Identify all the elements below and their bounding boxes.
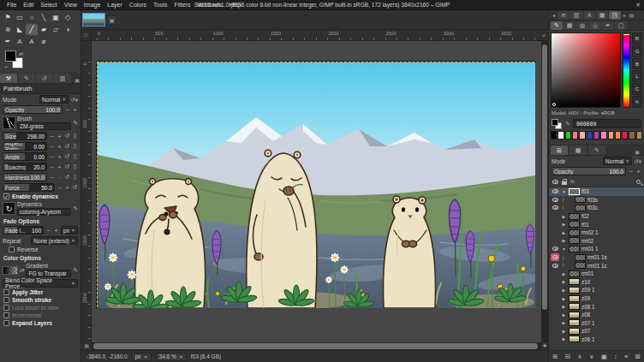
layers-tab[interactable]: ☰ (551, 145, 568, 155)
channel-button-L[interactable]: L (632, 70, 642, 82)
expander-icon[interactable]: ▶ (561, 312, 567, 317)
checkbox[interactable] (3, 320, 9, 326)
slider-spacing[interactable]: Spacing20.0 (3, 163, 47, 171)
decrement-button[interactable]: − (57, 185, 63, 191)
expander-icon[interactable]: ▶ (561, 336, 567, 341)
visibility-toggle[interactable] (551, 221, 559, 228)
fonts-tab[interactable]: A (583, 11, 595, 20)
wheel-tab[interactable]: ◍ (576, 21, 588, 30)
palette-swatch[interactable] (587, 131, 593, 139)
fade-decrement[interactable]: − (45, 228, 51, 234)
palette-swatch[interactable] (608, 131, 614, 139)
smudge-tool[interactable]: ◑ (62, 24, 74, 35)
slider-angle[interactable]: Angle0.00 (3, 152, 47, 161)
visibility-toggle[interactable] (551, 286, 559, 294)
layer-row-z10[interactable]: ▶z10 (549, 278, 644, 287)
warp-tool[interactable]: ≋ (2, 24, 14, 35)
layer-opacity-decrement[interactable]: − (628, 169, 634, 175)
reverse-checkbox[interactable] (9, 246, 15, 252)
layer-row-z07-1[interactable]: ▶z07 1 (549, 319, 644, 328)
canvas-viewport[interactable] (92, 41, 541, 342)
mode-switch-button[interactable]: ↺▾ (70, 96, 78, 104)
visibility-toggle[interactable] (551, 319, 559, 327)
reset-icon[interactable]: ↺ (64, 174, 70, 181)
fade-length-slider[interactable]: Fade l... 100 (3, 226, 44, 234)
bucket-fill-tool[interactable]: ◣ (14, 24, 26, 35)
palette-swatch[interactable] (565, 131, 571, 139)
slider-aspect-ratio[interactable]: Aspect Ratio0.00 (3, 142, 47, 151)
palette-swatch[interactable] (551, 131, 557, 139)
visibility-toggle[interactable] (551, 311, 559, 318)
device-status-tab[interactable]: ✎ (18, 74, 35, 83)
expander-icon[interactable]: ▼ (561, 189, 567, 194)
decrement-button[interactable]: − (49, 164, 55, 170)
image-tab[interactable] (82, 13, 105, 27)
dock-menu-icon[interactable]: ▤ (629, 12, 635, 18)
dock-menu-icon[interactable]: ▣ (72, 77, 81, 83)
raise-layer-button[interactable]: ∧ (577, 353, 582, 360)
menu-image[interactable]: Image (80, 0, 104, 10)
enable-dynamics-row[interactable]: ✓ Enable dynamics (0, 193, 80, 200)
layer-row-z07[interactable]: ▶z07 (549, 327, 644, 335)
mask-button[interactable]: ≡ (624, 353, 628, 360)
fg-bg-editor-tab[interactable]: ◳ (609, 11, 621, 20)
expander-icon[interactable]: ▶ (561, 288, 567, 293)
dynamics-thumbnail[interactable]: ↻ (3, 202, 15, 215)
menu-edit[interactable]: Edit (20, 0, 37, 10)
enable-dynamics-checkbox[interactable]: ✓ (3, 193, 9, 199)
zoom-tool[interactable]: ⌀ (38, 36, 50, 47)
channel-button-h[interactable]: h (632, 96, 642, 108)
slider-hardness[interactable]: Hardness100.0 (3, 173, 47, 181)
hex-color-field[interactable]: 000000 (573, 119, 641, 128)
merge-layer-button[interactable]: ↕ (614, 353, 617, 360)
blend-space-select[interactable]: Blend Color Space Perce... ▼ (3, 279, 78, 288)
brush-thumbnail[interactable] (3, 116, 15, 129)
fade-unit-select[interactable]: px ▼ (61, 226, 78, 234)
expander-icon[interactable]: ▶ (561, 222, 567, 227)
layer-row-f03[interactable]: ▼f03 (549, 187, 644, 196)
visibility-toggle[interactable] (551, 303, 559, 311)
layer-row-z09[interactable]: ▶z09 (549, 294, 644, 303)
decrement-button[interactable]: − (49, 175, 55, 181)
undo-history-tab[interactable]: ↺ (36, 74, 53, 83)
menu-help[interactable]: Help (225, 0, 244, 10)
gradient-swap-icon[interactable]: ⇄ (20, 266, 24, 274)
gradient-thumbnail[interactable] (3, 266, 18, 275)
visibility-header-icon[interactable] (552, 180, 558, 184)
increment-button[interactable]: + (57, 164, 63, 170)
opacity-slider[interactable]: Opacity 100.0 (3, 105, 63, 114)
reset-icon[interactable]: ↺ (64, 143, 70, 150)
reset-colors-icon[interactable]: ▪▫ (5, 64, 9, 69)
visibility-toggle[interactable] (551, 335, 559, 343)
vertical-scrollbar-thumb[interactable] (542, 45, 547, 310)
palette-swatch[interactable] (636, 131, 642, 139)
layer-mode-select[interactable]: Normal ▼ (603, 157, 632, 165)
expander-icon[interactable]: ▶ (561, 238, 567, 243)
visibility-toggle[interactable] (551, 294, 559, 302)
opacity-decrement[interactable]: − (64, 107, 70, 113)
increment-button[interactable]: + (57, 144, 63, 150)
palette-swatch[interactable] (615, 131, 621, 139)
expander-icon[interactable]: ▶ (561, 304, 567, 309)
palette-swatch[interactable] (622, 131, 628, 139)
edit-color-icon[interactable]: ✎ (565, 121, 570, 128)
visibility-toggle[interactable] (551, 187, 559, 195)
checkbox-row-smooth-stroke[interactable]: Smooth stroke (0, 296, 80, 304)
edit-dynamics-icon[interactable]: ✎ (73, 205, 78, 212)
checkbox-row-lock-brush-to-view[interactable]: Lock brush to view (0, 304, 80, 312)
palette-swatch[interactable] (629, 131, 635, 139)
menu-windows[interactable]: Windows (194, 0, 224, 10)
slider-size[interactable]: Size298.00 (3, 132, 47, 140)
vertical-ruler[interactable]: 0500100015002000 (81, 41, 92, 342)
fg-bg-color-area[interactable]: ⇄ ▪▫ (5, 50, 31, 71)
text-along-path-tool[interactable]: A (26, 36, 38, 47)
eraser-tool[interactable]: ▰ (38, 24, 50, 35)
layer-row-rm01-1s[interactable]: ├rm01 1s (549, 253, 644, 262)
palette-swatch[interactable] (579, 131, 585, 139)
layer-row-rm02[interactable]: ▶rm02 (549, 237, 644, 246)
expander-icon[interactable]: ▶ (561, 271, 567, 276)
transform-tool[interactable]: ◇ (62, 12, 74, 23)
move-tool[interactable]: ⚑ (2, 12, 14, 23)
crop-tool[interactable]: ▣ (50, 12, 62, 23)
visibility-toggle[interactable] (551, 278, 559, 286)
